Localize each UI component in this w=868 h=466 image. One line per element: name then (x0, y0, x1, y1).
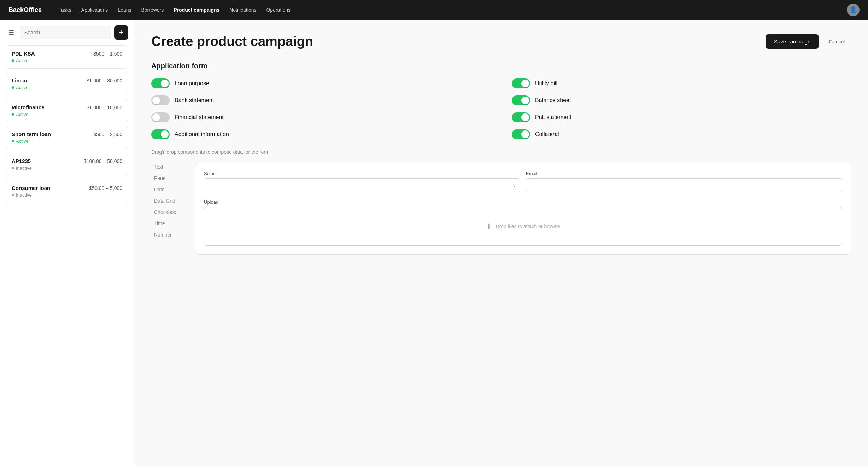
toggle-track-collateral[interactable] (512, 129, 530, 139)
toggle-thumb-pnl-statement (521, 113, 529, 121)
toggle-label-additional-information: Additional information (175, 131, 229, 138)
page-title: Create product campaign (151, 34, 313, 49)
campaign-item-consumer-loan[interactable]: Consumer loan $50.00 – 5,000 Inactive (6, 180, 128, 203)
toggle-additional-information[interactable] (151, 129, 170, 139)
nav-link-applications[interactable]: Applications (81, 7, 108, 13)
toggle-pnl-statement[interactable] (512, 112, 530, 122)
toggle-track-additional-information[interactable] (151, 129, 170, 139)
toggle-balance-sheet[interactable] (512, 95, 530, 105)
select-input[interactable] (204, 178, 520, 192)
toggle-track-financial-statement[interactable] (151, 112, 170, 122)
navbar: BackOffice TasksApplicationsLoansBorrowe… (0, 0, 868, 20)
campaign-name: Linear (12, 77, 28, 83)
toggle-utility-bill[interactable] (512, 78, 530, 88)
status-dot (12, 194, 14, 196)
search-input[interactable] (20, 26, 111, 39)
campaign-name: AP1235 (12, 158, 31, 164)
avatar[interactable]: 👤 (847, 4, 860, 16)
campaign-name: PDL KSA (12, 51, 35, 57)
toggle-loan-purpose[interactable] (151, 78, 170, 88)
toggle-row-pnl-statement: PnL statement (512, 112, 851, 122)
nav-link-loans[interactable]: Loans (118, 7, 131, 13)
component-item-time[interactable]: Time (151, 219, 187, 228)
toggle-row-financial-statement: Financial statement (151, 112, 491, 122)
cancel-button[interactable]: Cancel (823, 34, 851, 49)
campaign-status: Active (12, 112, 122, 117)
component-item-panel[interactable]: Panel (151, 173, 187, 183)
status-dot (12, 59, 14, 62)
app-body: ☰ + PDL KSA $500 – 1,500 Active Linear $… (0, 20, 868, 466)
campaign-range: $100.00 – 50,000 (84, 158, 122, 164)
component-list: TextPanelDateData GridCheckboxTimeNumber (151, 162, 187, 255)
status-label: Active (16, 139, 28, 144)
toggle-row-loan-purpose: Loan purpose (151, 78, 491, 88)
drag-hint: Drag'n'drop components to compose data f… (151, 149, 851, 155)
campaign-range: $1,000 – 30,000 (87, 78, 122, 83)
save-campaign-button[interactable]: Save campaign (766, 34, 819, 49)
toggle-financial-statement[interactable] (151, 112, 170, 122)
campaign-status: Inactive (12, 192, 122, 198)
email-label: Email (526, 171, 842, 176)
component-item-number[interactable]: Number (151, 230, 187, 240)
campaign-status: Inactive (12, 165, 122, 171)
status-dot (12, 113, 14, 116)
email-input[interactable] (526, 178, 842, 192)
brand-logo: BackOffice (8, 6, 42, 14)
status-label: Inactive (16, 192, 32, 198)
menu-icon-button[interactable]: ☰ (6, 26, 17, 39)
nav-link-notifications[interactable]: Notifications (229, 7, 256, 13)
toggle-row-balance-sheet: Balance sheet (512, 95, 851, 105)
campaign-name: Consumer loan (12, 185, 50, 191)
main-content: Create product campaign Save campaign Ca… (134, 20, 868, 466)
add-campaign-button[interactable]: + (114, 25, 128, 40)
select-wrapper (204, 178, 520, 192)
campaign-range: $1,000 – 10,000 (87, 105, 122, 110)
toggle-track-pnl-statement[interactable] (512, 112, 530, 122)
status-dot (12, 167, 14, 169)
campaign-item-microfinance[interactable]: Microfinance $1,000 – 10,000 Active (6, 99, 128, 122)
nav-link-product-campaigns[interactable]: Product campaigns (174, 7, 219, 13)
toggle-label-loan-purpose: Loan purpose (175, 80, 209, 87)
toggle-label-financial-statement: Financial statement (175, 114, 224, 121)
toggle-track-utility-bill[interactable] (512, 78, 530, 88)
toggle-label-utility-bill: Utility bill (535, 80, 557, 87)
nav-links: TasksApplicationsLoansBorrowersProduct c… (59, 7, 835, 13)
campaign-item-pdl-ksa[interactable]: PDL KSA $500 – 1,500 Active (6, 45, 128, 69)
campaign-list: PDL KSA $500 – 1,500 Active Linear $1,00… (6, 45, 128, 203)
upload-section: Upload ⬆ Drop files to attach or browse (204, 199, 842, 246)
toggle-bank-statement[interactable] (151, 95, 170, 105)
status-dot (12, 140, 14, 142)
campaign-item-short-term-loan[interactable]: Short term loan $500 – 2,500 Active (6, 126, 128, 149)
upload-hint: Drop files to attach or browse (495, 223, 560, 229)
toggle-track-balance-sheet[interactable] (512, 95, 530, 105)
nav-link-borrowers[interactable]: Borrowers (141, 7, 164, 13)
upload-label: Upload (204, 199, 842, 205)
campaign-status: Active (12, 58, 122, 63)
toggle-thumb-collateral (521, 130, 529, 138)
toggle-thumb-balance-sheet (521, 97, 529, 104)
nav-link-operations[interactable]: Operations (266, 7, 290, 13)
select-label: Select (204, 171, 520, 176)
campaign-item-linear[interactable]: Linear $1,000 – 30,000 Active (6, 72, 128, 95)
component-item-data-grid[interactable]: Data Grid (151, 196, 187, 206)
toggle-thumb-financial-statement (152, 113, 160, 121)
toggle-label-collateral: Collateral (535, 131, 559, 138)
toggle-track-bank-statement[interactable] (151, 95, 170, 105)
toggle-label-pnl-statement: PnL statement (535, 114, 571, 121)
form-row-1: Select Email (204, 171, 842, 192)
component-item-checkbox[interactable]: Checkbox (151, 207, 187, 217)
component-item-text[interactable]: Text (151, 162, 187, 172)
toggle-row-bank-statement: Bank statement (151, 95, 491, 105)
page-header: Create product campaign Save campaign Ca… (151, 34, 851, 49)
nav-link-tasks[interactable]: Tasks (59, 7, 71, 13)
campaign-status: Active (12, 85, 122, 90)
campaign-item-ap1235[interactable]: AP1235 $100.00 – 50,000 Inactive (6, 153, 128, 176)
campaign-range: $500 – 2,500 (93, 132, 122, 137)
component-item-date[interactable]: Date (151, 185, 187, 194)
header-actions: Save campaign Cancel (766, 34, 851, 49)
toggle-collateral[interactable] (512, 129, 530, 139)
toggle-thumb-utility-bill (521, 80, 529, 87)
upload-area[interactable]: ⬆ Drop files to attach or browse (204, 207, 842, 246)
email-field: Email (526, 171, 842, 192)
toggle-track-loan-purpose[interactable] (151, 78, 170, 88)
